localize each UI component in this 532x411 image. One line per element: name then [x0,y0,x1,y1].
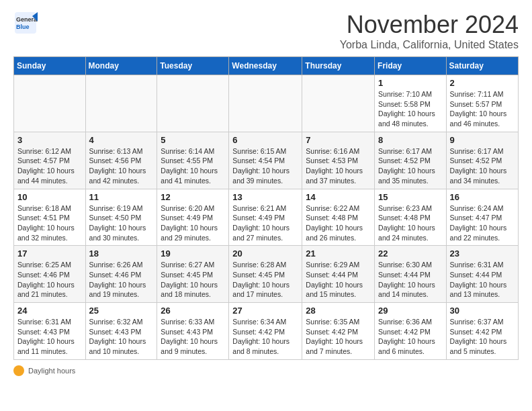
day-info: Sunrise: 6:31 AM Sunset: 4:43 PM Dayligh… [17,317,82,357]
day-number: 26 [161,306,225,316]
day-number: 14 [306,192,371,202]
day-info: Sunrise: 6:33 AM Sunset: 4:43 PM Dayligh… [161,317,225,357]
day-info: Sunrise: 6:21 AM Sunset: 4:49 PM Dayligh… [232,203,298,243]
calendar-cell: 2Sunrise: 7:11 AM Sunset: 5:57 PM Daylig… [446,75,518,132]
day-number: 11 [89,192,154,202]
day-number: 13 [232,192,298,202]
day-info: Sunrise: 6:22 AM Sunset: 4:48 PM Dayligh… [306,203,371,243]
svg-rect-0 [15,12,36,34]
calendar-table: SundayMondayTuesdayWednesdayThursdayFrid… [13,56,519,360]
calendar-cell: 19Sunrise: 6:27 AM Sunset: 4:45 PM Dayli… [157,246,229,303]
location-title: Yorba Linda, California, United States [340,39,519,51]
calendar-cell: 11Sunrise: 6:19 AM Sunset: 4:50 PM Dayli… [85,189,157,246]
day-number: 6 [232,135,298,145]
calendar-header-cell: Wednesday [229,57,302,75]
calendar-header-cell: Thursday [302,57,375,75]
calendar-week-row: 24Sunrise: 6:31 AM Sunset: 4:43 PM Dayli… [14,303,519,360]
calendar-cell: 15Sunrise: 6:23 AM Sunset: 4:48 PM Dayli… [375,189,447,246]
calendar-cell: 13Sunrise: 6:21 AM Sunset: 4:49 PM Dayli… [229,189,302,246]
calendar-header-cell: Monday [85,57,157,75]
day-info: Sunrise: 6:32 AM Sunset: 4:43 PM Dayligh… [89,317,154,357]
day-info: Sunrise: 6:19 AM Sunset: 4:50 PM Dayligh… [89,203,154,243]
day-number: 16 [450,192,515,202]
logo: General Blue [13,11,38,35]
day-number: 17 [17,248,82,259]
svg-text:Blue: Blue [16,24,30,30]
day-info: Sunrise: 7:11 AM Sunset: 5:57 PM Dayligh… [450,89,515,129]
calendar-cell: 12Sunrise: 6:20 AM Sunset: 4:49 PM Dayli… [157,189,229,246]
day-info: Sunrise: 6:36 AM Sunset: 4:42 PM Dayligh… [378,317,443,357]
day-number: 5 [161,135,225,145]
calendar-cell: 6Sunrise: 6:15 AM Sunset: 4:54 PM Daylig… [229,132,302,189]
calendar-cell: 5Sunrise: 6:14 AM Sunset: 4:55 PM Daylig… [157,132,229,189]
calendar-week-row: 10Sunrise: 6:18 AM Sunset: 4:51 PM Dayli… [14,189,519,246]
day-number: 19 [161,248,225,259]
calendar-cell: 20Sunrise: 6:28 AM Sunset: 4:45 PM Dayli… [229,246,302,303]
month-title: November 2024 [340,11,519,39]
calendar-header-cell: Sunday [14,57,86,75]
calendar-week-row: 1Sunrise: 7:10 AM Sunset: 5:58 PM Daylig… [14,75,519,132]
day-number: 24 [17,306,82,316]
day-number: 2 [450,78,515,88]
calendar-cell: 3Sunrise: 6:12 AM Sunset: 4:57 PM Daylig… [14,132,86,189]
day-info: Sunrise: 6:17 AM Sunset: 4:52 PM Dayligh… [450,146,515,186]
day-number: 18 [89,248,154,259]
calendar-cell [229,75,302,132]
day-info: Sunrise: 6:28 AM Sunset: 4:45 PM Dayligh… [232,260,298,300]
calendar-cell [157,75,229,132]
calendar-cell: 23Sunrise: 6:31 AM Sunset: 4:44 PM Dayli… [446,246,518,303]
day-info: Sunrise: 6:35 AM Sunset: 4:42 PM Dayligh… [306,317,371,357]
calendar-cell: 10Sunrise: 6:18 AM Sunset: 4:51 PM Dayli… [14,189,86,246]
day-number: 8 [378,135,443,145]
day-number: 4 [89,135,154,145]
day-info: Sunrise: 6:16 AM Sunset: 4:53 PM Dayligh… [306,146,371,186]
day-number: 28 [306,306,371,316]
day-info: Sunrise: 6:17 AM Sunset: 4:52 PM Dayligh… [378,146,443,186]
calendar-cell [14,75,86,132]
calendar-cell: 17Sunrise: 6:25 AM Sunset: 4:46 PM Dayli… [14,246,86,303]
calendar-header-cell: Friday [375,57,447,75]
calendar-header-cell: Tuesday [157,57,229,75]
calendar-body: 1Sunrise: 7:10 AM Sunset: 5:58 PM Daylig… [14,75,519,360]
day-number: 21 [306,248,371,259]
day-info: Sunrise: 6:25 AM Sunset: 4:46 PM Dayligh… [17,260,82,300]
title-area: November 2024 Yorba Linda, California, U… [340,11,519,51]
day-number: 7 [306,135,371,145]
calendar-cell: 18Sunrise: 6:26 AM Sunset: 4:46 PM Dayli… [85,246,157,303]
day-number: 12 [161,192,225,202]
day-number: 25 [89,306,154,316]
calendar-cell: 25Sunrise: 6:32 AM Sunset: 4:43 PM Dayli… [85,303,157,360]
calendar-cell: 9Sunrise: 6:17 AM Sunset: 4:52 PM Daylig… [446,132,518,189]
calendar-cell: 8Sunrise: 6:17 AM Sunset: 4:52 PM Daylig… [375,132,447,189]
day-info: Sunrise: 6:31 AM Sunset: 4:44 PM Dayligh… [450,260,515,300]
calendar-cell: 29Sunrise: 6:36 AM Sunset: 4:42 PM Dayli… [375,303,447,360]
calendar-cell [302,75,375,132]
calendar-cell: 7Sunrise: 6:16 AM Sunset: 4:53 PM Daylig… [302,132,375,189]
day-number: 30 [450,306,515,316]
day-info: Sunrise: 6:12 AM Sunset: 4:57 PM Dayligh… [17,146,82,186]
calendar-cell: 28Sunrise: 6:35 AM Sunset: 4:42 PM Dayli… [302,303,375,360]
day-info: Sunrise: 6:18 AM Sunset: 4:51 PM Dayligh… [17,203,82,243]
calendar-cell: 1Sunrise: 7:10 AM Sunset: 5:58 PM Daylig… [375,75,447,132]
day-info: Sunrise: 6:30 AM Sunset: 4:44 PM Dayligh… [378,260,443,300]
calendar-header-cell: Saturday [446,57,518,75]
calendar-cell: 30Sunrise: 6:37 AM Sunset: 4:42 PM Dayli… [446,303,518,360]
day-number: 10 [17,192,82,202]
calendar-cell: 24Sunrise: 6:31 AM Sunset: 4:43 PM Dayli… [14,303,86,360]
sun-icon [13,365,24,376]
calendar-cell [85,75,157,132]
day-info: Sunrise: 6:37 AM Sunset: 4:42 PM Dayligh… [450,317,515,357]
day-number: 20 [232,248,298,259]
day-number: 23 [450,248,515,259]
calendar-cell: 4Sunrise: 6:13 AM Sunset: 4:56 PM Daylig… [85,132,157,189]
calendar-header-row: SundayMondayTuesdayWednesdayThursdayFrid… [14,57,519,75]
day-number: 3 [17,135,82,145]
calendar-cell: 26Sunrise: 6:33 AM Sunset: 4:43 PM Dayli… [157,303,229,360]
calendar-cell: 22Sunrise: 6:30 AM Sunset: 4:44 PM Dayli… [375,246,447,303]
day-info: Sunrise: 6:24 AM Sunset: 4:47 PM Dayligh… [450,203,515,243]
day-info: Sunrise: 6:27 AM Sunset: 4:45 PM Dayligh… [161,260,225,300]
daylight-label: Daylight hours [28,367,75,375]
day-info: Sunrise: 6:14 AM Sunset: 4:55 PM Dayligh… [161,146,225,186]
calendar-week-row: 3Sunrise: 6:12 AM Sunset: 4:57 PM Daylig… [14,132,519,189]
day-info: Sunrise: 6:13 AM Sunset: 4:56 PM Dayligh… [89,146,154,186]
